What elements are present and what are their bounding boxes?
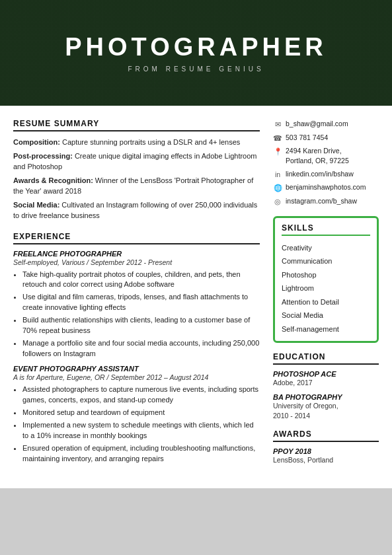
job-2-bullets: Assisted photographers to capture numero… [13,385,260,464]
job-1-meta: Self-employed, Various / September 2012 … [13,258,260,266]
job-1-title: FREELANCE PHOTOGRAPHER [13,250,260,258]
edu-1: PHOTOSHOP ACE Adobe, 2017 [273,370,379,388]
skill-4: Lightroom [282,281,370,295]
job-2-bullet-3: Implemented a new system to schedule mee… [22,420,260,441]
job-1-bullet-3: Build authentic relationships with clien… [22,315,260,336]
edu-1-detail: Adobe, 2017 [273,378,379,388]
job-2-bullet-1: Assisted photographers to capture numero… [22,385,260,406]
award-1-detail: LensBoss, Portland [273,455,379,465]
contact-email: ✉ b_shaw@gmail.com [273,119,379,130]
skill-2: Communication [282,254,370,268]
skill-3: Photoshop [282,268,370,282]
header-title: PHOTOGRAPHER [65,33,327,61]
summary-label-4: Social Media: [13,201,59,209]
skill-1: Creativity [282,241,370,255]
summary-text: Composition: Capture stunning portraits … [13,137,260,221]
resume-page: PHOTOGRAPHER FROM RESUME GENIUS RESUME S… [0,0,392,488]
main-content: RESUME SUMMARY Composition: Capture stun… [0,106,392,488]
awards-title: AWARDS [273,429,379,442]
summary-value-1: Capture stunning portraits using a DSLR … [60,138,240,146]
summary-item-4: Social Media: Cultivated an Instagram fo… [13,200,260,221]
contact-linkedin-value: linkedin.com/in/bshaw [286,169,354,179]
contact-instagram: ◎ instagram.com/b_shaw [273,196,379,207]
resume-header: PHOTOGRAPHER FROM RESUME GENIUS [0,0,392,106]
contact-email-value: b_shaw@gmail.com [286,119,348,129]
job-2-bullet-2: Monitored setup and teardown of equipmen… [22,408,260,418]
job-2: EVENT PHOTOGRAPHY ASSISTANT A is for Ape… [13,365,260,464]
summary-label-3: Awards & Recognition: [13,176,93,184]
summary-item-2: Post-processing: Create unique digital i… [13,151,260,172]
email-icon: ✉ [273,120,282,130]
contact-website: 🌐 benjaminshawphotos.com [273,182,379,193]
contact-linkedin: in linkedin.com/in/bshaw [273,169,379,180]
instagram-icon: ◎ [273,197,282,207]
contact-phone-value: 503 781 7454 [286,133,328,143]
contact-section: ✉ b_shaw@gmail.com ☎ 503 781 7454 📍 2494… [273,119,379,207]
job-1: FREELANCE PHOTOGRAPHER Self-employed, Va… [13,250,260,360]
award-1-title: PPOY 2018 [273,447,379,455]
contact-address-value: 2494 Karen Drive,Portland, OR, 97225 [286,146,349,165]
education-section: EDUCATION PHOTOSHOP ACE Adobe, 2017 BA P… [273,352,379,420]
experience-section: EXPERIENCE FREELANCE PHOTOGRAPHER Self-e… [13,232,260,464]
summary-label-1: Composition: [13,138,60,146]
job-2-meta: A is for Aperture, Eugene, OR / Septembe… [13,373,260,381]
skill-6: Social Media [282,309,370,322]
contact-phone: ☎ 503 781 7454 [273,133,379,143]
edu-1-title: PHOTOSHOP ACE [273,370,379,378]
globe-icon: 🌐 [273,183,282,193]
education-title: EDUCATION [273,352,379,365]
summary-title: RESUME SUMMARY [13,119,260,131]
experience-title: EXPERIENCE [13,232,260,244]
job-2-bullet-4: Ensured operation of equipment, includin… [22,443,260,464]
job-1-bullets: Take high-quality portrait photos of cou… [13,270,260,360]
awards-section: AWARDS PPOY 2018 LensBoss, Portland [273,429,379,465]
job-2-title: EVENT PHOTOGRAPHY ASSISTANT [13,365,260,373]
phone-icon: ☎ [273,133,282,143]
summary-item-1: Composition: Capture stunning portraits … [13,137,260,148]
linkedin-icon: in [273,170,282,180]
job-1-bullet-4: Manage a portfolio site and four social … [22,338,260,359]
contact-instagram-value: instagram.com/b_shaw [286,196,357,206]
edu-2-title: BA PHOTOGRAPHY [273,393,379,401]
job-1-bullet-2: Use digital and film cameras, tripods, l… [22,292,260,313]
contact-address: 📍 2494 Karen Drive,Portland, OR, 97225 [273,146,379,165]
right-column: ✉ b_shaw@gmail.com ☎ 503 781 7454 📍 2494… [273,119,379,475]
skills-title: SKILLS [282,223,370,236]
location-icon: 📍 [273,147,282,157]
skill-7: Self-management [282,322,370,336]
summary-label-2: Post-processing: [13,152,73,160]
header-subtitle: FROM RESUME GENIUS [128,65,264,73]
award-1: PPOY 2018 LensBoss, Portland [273,447,379,465]
edu-2-detail: University of Oregon,2010 - 2014 [273,401,379,420]
contact-website-value: benjaminshawphotos.com [286,182,366,192]
edu-2: BA PHOTOGRAPHY University of Oregon,2010… [273,393,379,420]
summary-section: RESUME SUMMARY Composition: Capture stun… [13,119,260,221]
summary-item-3: Awards & Recognition: Winner of the Lens… [13,175,260,197]
skills-section: SKILLS Creativity Communication Photosho… [273,216,379,344]
skill-5: Attention to Detail [282,295,370,309]
job-1-bullet-1: Take high-quality portrait photos of cou… [22,270,260,291]
left-column: RESUME SUMMARY Composition: Capture stun… [13,119,260,475]
